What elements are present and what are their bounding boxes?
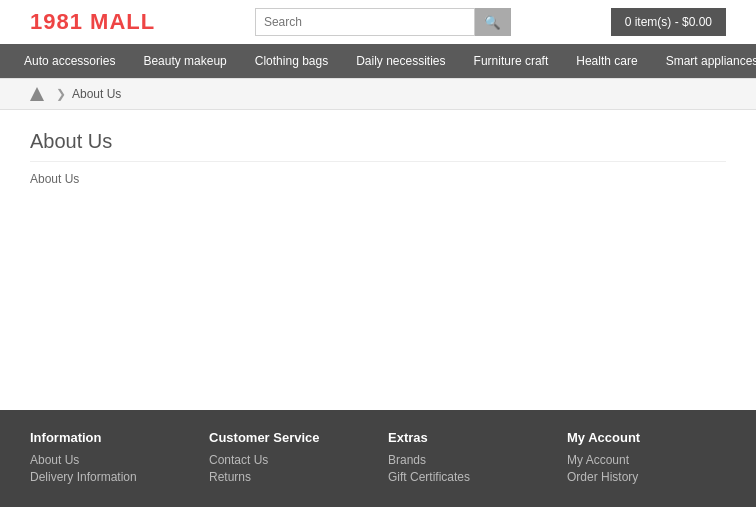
footer-link-returns[interactable]: Returns <box>209 470 368 484</box>
main-content: About Us About Us <box>0 110 756 410</box>
home-icon[interactable] <box>30 87 44 101</box>
search-bar: 🔍 <box>255 8 511 36</box>
breadcrumb-separator: ❯ <box>56 87 66 101</box>
footer-grid: InformationAbout UsDelivery InformationC… <box>30 430 726 487</box>
footer-link-about-us[interactable]: About Us <box>30 453 189 467</box>
footer: InformationAbout UsDelivery InformationC… <box>0 410 756 507</box>
cart-button[interactable]: 0 item(s) - $0.00 <box>611 8 726 36</box>
footer-link-my-account[interactable]: My Account <box>567 453 726 467</box>
search-button[interactable]: 🔍 <box>475 8 511 36</box>
footer-link-brands[interactable]: Brands <box>388 453 547 467</box>
footer-col-title: Customer Service <box>209 430 368 445</box>
page-subtitle: About Us <box>30 172 726 186</box>
footer-col-customer-service: Customer ServiceContact UsReturns <box>209 430 368 487</box>
footer-col-title: My Account <box>567 430 726 445</box>
breadcrumb-current: About Us <box>72 87 121 101</box>
footer-col-title: Information <box>30 430 189 445</box>
breadcrumb: ❯ About Us <box>0 78 756 110</box>
search-input[interactable] <box>255 8 475 36</box>
nav-item-health-care[interactable]: Health care <box>562 44 651 78</box>
nav-item-clothing-bags[interactable]: Clothing bags <box>241 44 342 78</box>
header: 1981 MALL 🔍 0 item(s) - $0.00 <box>0 0 756 44</box>
search-icon: 🔍 <box>484 15 501 30</box>
footer-col-my-account: My AccountMy AccountOrder History <box>567 430 726 487</box>
footer-col-extras: ExtrasBrandsGift Certificates <box>388 430 547 487</box>
footer-link-delivery-information[interactable]: Delivery Information <box>30 470 189 484</box>
nav-item-auto-accessories[interactable]: Auto accessories <box>10 44 129 78</box>
nav-item-furniture-craft[interactable]: Furniture craft <box>460 44 563 78</box>
footer-link-order-history[interactable]: Order History <box>567 470 726 484</box>
footer-link-gift-certificates[interactable]: Gift Certificates <box>388 470 547 484</box>
navbar: Auto accessoriesBeauty makeupClothing ba… <box>0 44 756 78</box>
footer-col-information: InformationAbout UsDelivery Information <box>30 430 189 487</box>
footer-col-title: Extras <box>388 430 547 445</box>
nav-item-daily-necessities[interactable]: Daily necessities <box>342 44 459 78</box>
page-title: About Us <box>30 130 726 162</box>
site-logo[interactable]: 1981 MALL <box>30 9 155 35</box>
footer-link-contact-us[interactable]: Contact Us <box>209 453 368 467</box>
nav-item-beauty-makeup[interactable]: Beauty makeup <box>129 44 240 78</box>
nav-item-smart-appliances[interactable]: Smart appliances <box>652 44 756 78</box>
